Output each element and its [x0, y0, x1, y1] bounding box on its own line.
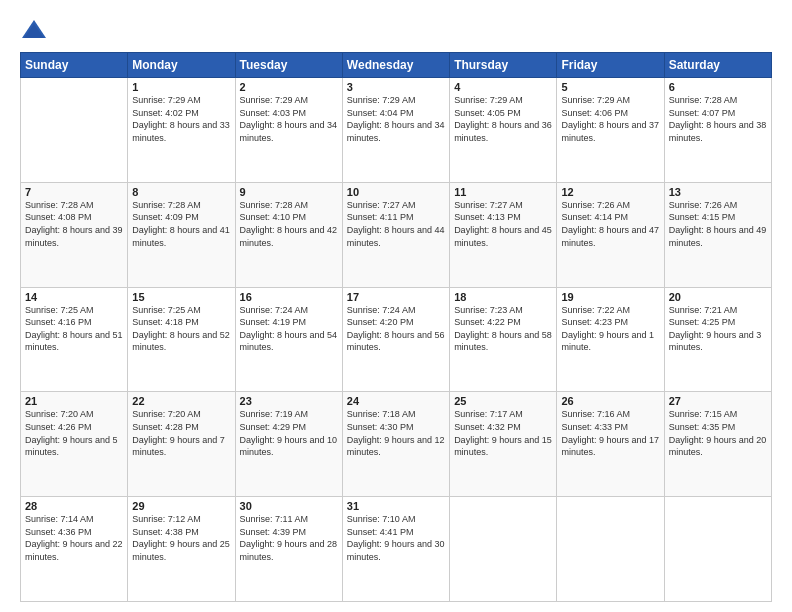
calendar-cell [664, 497, 771, 602]
calendar-cell: 4Sunrise: 7:29 AMSunset: 4:05 PMDaylight… [450, 78, 557, 183]
calendar-cell [450, 497, 557, 602]
day-info: Sunrise: 7:28 AMSunset: 4:10 PMDaylight:… [240, 199, 338, 249]
calendar-cell: 23Sunrise: 7:19 AMSunset: 4:29 PMDayligh… [235, 392, 342, 497]
day-number: 14 [25, 291, 123, 303]
day-info: Sunrise: 7:12 AMSunset: 4:38 PMDaylight:… [132, 513, 230, 563]
day-info: Sunrise: 7:19 AMSunset: 4:29 PMDaylight:… [240, 408, 338, 458]
day-info: Sunrise: 7:16 AMSunset: 4:33 PMDaylight:… [561, 408, 659, 458]
calendar-week-5: 28Sunrise: 7:14 AMSunset: 4:36 PMDayligh… [21, 497, 772, 602]
logo-icon [20, 16, 48, 44]
calendar-cell: 25Sunrise: 7:17 AMSunset: 4:32 PMDayligh… [450, 392, 557, 497]
calendar-cell: 22Sunrise: 7:20 AMSunset: 4:28 PMDayligh… [128, 392, 235, 497]
day-number: 20 [669, 291, 767, 303]
calendar-cell: 26Sunrise: 7:16 AMSunset: 4:33 PMDayligh… [557, 392, 664, 497]
day-number: 9 [240, 186, 338, 198]
day-number: 2 [240, 81, 338, 93]
calendar-cell: 21Sunrise: 7:20 AMSunset: 4:26 PMDayligh… [21, 392, 128, 497]
day-number: 13 [669, 186, 767, 198]
day-info: Sunrise: 7:28 AMSunset: 4:09 PMDaylight:… [132, 199, 230, 249]
day-number: 17 [347, 291, 445, 303]
day-info: Sunrise: 7:20 AMSunset: 4:26 PMDaylight:… [25, 408, 123, 458]
calendar-cell: 11Sunrise: 7:27 AMSunset: 4:13 PMDayligh… [450, 182, 557, 287]
calendar-cell: 31Sunrise: 7:10 AMSunset: 4:41 PMDayligh… [342, 497, 449, 602]
calendar-week-4: 21Sunrise: 7:20 AMSunset: 4:26 PMDayligh… [21, 392, 772, 497]
calendar-cell: 28Sunrise: 7:14 AMSunset: 4:36 PMDayligh… [21, 497, 128, 602]
weekday-header-thursday: Thursday [450, 53, 557, 78]
calendar-cell: 18Sunrise: 7:23 AMSunset: 4:22 PMDayligh… [450, 287, 557, 392]
day-number: 10 [347, 186, 445, 198]
day-info: Sunrise: 7:15 AMSunset: 4:35 PMDaylight:… [669, 408, 767, 458]
day-info: Sunrise: 7:24 AMSunset: 4:19 PMDaylight:… [240, 304, 338, 354]
day-info: Sunrise: 7:21 AMSunset: 4:25 PMDaylight:… [669, 304, 767, 354]
calendar-cell: 15Sunrise: 7:25 AMSunset: 4:18 PMDayligh… [128, 287, 235, 392]
day-number: 23 [240, 395, 338, 407]
day-info: Sunrise: 7:28 AMSunset: 4:08 PMDaylight:… [25, 199, 123, 249]
day-info: Sunrise: 7:27 AMSunset: 4:11 PMDaylight:… [347, 199, 445, 249]
day-info: Sunrise: 7:22 AMSunset: 4:23 PMDaylight:… [561, 304, 659, 354]
weekday-header-wednesday: Wednesday [342, 53, 449, 78]
calendar-cell: 12Sunrise: 7:26 AMSunset: 4:14 PMDayligh… [557, 182, 664, 287]
day-number: 3 [347, 81, 445, 93]
day-info: Sunrise: 7:18 AMSunset: 4:30 PMDaylight:… [347, 408, 445, 458]
day-info: Sunrise: 7:25 AMSunset: 4:16 PMDaylight:… [25, 304, 123, 354]
day-number: 22 [132, 395, 230, 407]
day-info: Sunrise: 7:25 AMSunset: 4:18 PMDaylight:… [132, 304, 230, 354]
day-number: 5 [561, 81, 659, 93]
calendar-cell: 2Sunrise: 7:29 AMSunset: 4:03 PMDaylight… [235, 78, 342, 183]
calendar-cell: 5Sunrise: 7:29 AMSunset: 4:06 PMDaylight… [557, 78, 664, 183]
day-number: 11 [454, 186, 552, 198]
calendar-cell: 24Sunrise: 7:18 AMSunset: 4:30 PMDayligh… [342, 392, 449, 497]
day-number: 29 [132, 500, 230, 512]
calendar-cell [557, 497, 664, 602]
day-number: 16 [240, 291, 338, 303]
calendar-week-1: 1Sunrise: 7:29 AMSunset: 4:02 PMDaylight… [21, 78, 772, 183]
day-info: Sunrise: 7:26 AMSunset: 4:14 PMDaylight:… [561, 199, 659, 249]
calendar: SundayMondayTuesdayWednesdayThursdayFrid… [20, 52, 772, 602]
day-number: 8 [132, 186, 230, 198]
day-info: Sunrise: 7:28 AMSunset: 4:07 PMDaylight:… [669, 94, 767, 144]
calendar-cell: 13Sunrise: 7:26 AMSunset: 4:15 PMDayligh… [664, 182, 771, 287]
day-number: 12 [561, 186, 659, 198]
logo [20, 16, 52, 44]
day-info: Sunrise: 7:27 AMSunset: 4:13 PMDaylight:… [454, 199, 552, 249]
weekday-header-tuesday: Tuesday [235, 53, 342, 78]
day-info: Sunrise: 7:29 AMSunset: 4:02 PMDaylight:… [132, 94, 230, 144]
day-info: Sunrise: 7:17 AMSunset: 4:32 PMDaylight:… [454, 408, 552, 458]
day-info: Sunrise: 7:26 AMSunset: 4:15 PMDaylight:… [669, 199, 767, 249]
day-number: 26 [561, 395, 659, 407]
calendar-cell: 7Sunrise: 7:28 AMSunset: 4:08 PMDaylight… [21, 182, 128, 287]
calendar-cell: 6Sunrise: 7:28 AMSunset: 4:07 PMDaylight… [664, 78, 771, 183]
day-info: Sunrise: 7:14 AMSunset: 4:36 PMDaylight:… [25, 513, 123, 563]
calendar-week-2: 7Sunrise: 7:28 AMSunset: 4:08 PMDaylight… [21, 182, 772, 287]
day-number: 6 [669, 81, 767, 93]
day-info: Sunrise: 7:24 AMSunset: 4:20 PMDaylight:… [347, 304, 445, 354]
day-number: 24 [347, 395, 445, 407]
day-number: 31 [347, 500, 445, 512]
day-info: Sunrise: 7:29 AMSunset: 4:03 PMDaylight:… [240, 94, 338, 144]
calendar-cell [21, 78, 128, 183]
day-number: 30 [240, 500, 338, 512]
calendar-cell: 16Sunrise: 7:24 AMSunset: 4:19 PMDayligh… [235, 287, 342, 392]
calendar-cell: 1Sunrise: 7:29 AMSunset: 4:02 PMDaylight… [128, 78, 235, 183]
calendar-cell: 3Sunrise: 7:29 AMSunset: 4:04 PMDaylight… [342, 78, 449, 183]
day-info: Sunrise: 7:29 AMSunset: 4:04 PMDaylight:… [347, 94, 445, 144]
calendar-cell: 9Sunrise: 7:28 AMSunset: 4:10 PMDaylight… [235, 182, 342, 287]
calendar-week-3: 14Sunrise: 7:25 AMSunset: 4:16 PMDayligh… [21, 287, 772, 392]
calendar-cell: 19Sunrise: 7:22 AMSunset: 4:23 PMDayligh… [557, 287, 664, 392]
calendar-cell: 17Sunrise: 7:24 AMSunset: 4:20 PMDayligh… [342, 287, 449, 392]
day-info: Sunrise: 7:23 AMSunset: 4:22 PMDaylight:… [454, 304, 552, 354]
weekday-header-friday: Friday [557, 53, 664, 78]
day-number: 21 [25, 395, 123, 407]
day-info: Sunrise: 7:29 AMSunset: 4:05 PMDaylight:… [454, 94, 552, 144]
calendar-cell: 10Sunrise: 7:27 AMSunset: 4:11 PMDayligh… [342, 182, 449, 287]
calendar-cell: 29Sunrise: 7:12 AMSunset: 4:38 PMDayligh… [128, 497, 235, 602]
day-info: Sunrise: 7:11 AMSunset: 4:39 PMDaylight:… [240, 513, 338, 563]
calendar-cell: 8Sunrise: 7:28 AMSunset: 4:09 PMDaylight… [128, 182, 235, 287]
day-number: 18 [454, 291, 552, 303]
weekday-header-sunday: Sunday [21, 53, 128, 78]
day-info: Sunrise: 7:10 AMSunset: 4:41 PMDaylight:… [347, 513, 445, 563]
calendar-cell: 20Sunrise: 7:21 AMSunset: 4:25 PMDayligh… [664, 287, 771, 392]
day-info: Sunrise: 7:20 AMSunset: 4:28 PMDaylight:… [132, 408, 230, 458]
day-number: 15 [132, 291, 230, 303]
day-number: 28 [25, 500, 123, 512]
